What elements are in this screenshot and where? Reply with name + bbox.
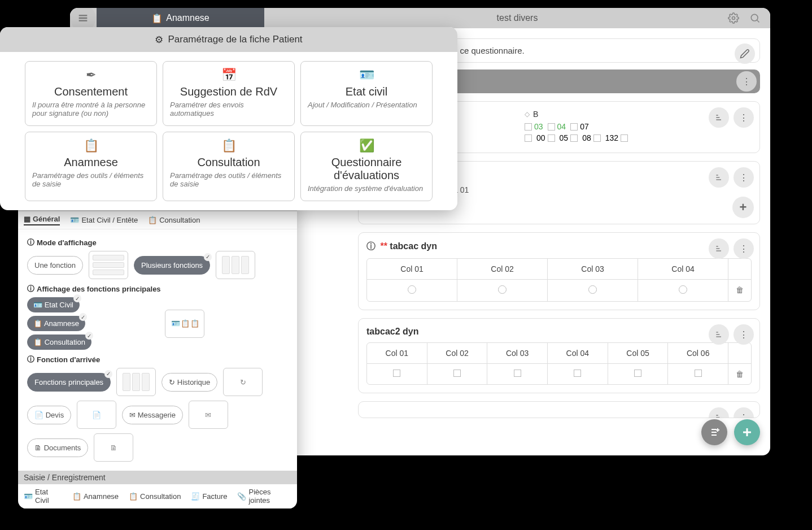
- pill-documents[interactable]: 🗎 Documents: [27, 438, 88, 457]
- check-132[interactable]: 132: [605, 133, 628, 142]
- radio-cell[interactable]: [457, 280, 548, 301]
- more-icon[interactable]: ⋮: [734, 324, 754, 345]
- id-card-icon: 🪪: [308, 67, 425, 83]
- check-05[interactable]: 05: [560, 133, 578, 142]
- fab-add[interactable]: [734, 419, 760, 445]
- check-04[interactable]: 04: [548, 122, 566, 131]
- pill-etat-civil[interactable]: 🪪 Etat Civil: [27, 297, 80, 312]
- sort-icon[interactable]: [709, 407, 729, 418]
- table-tab1: Col 01 Col 02 Col 03 Col 04 🗑: [366, 258, 752, 302]
- popover-title: Paramétrage de la fiche Patient: [168, 34, 302, 45]
- trash-col: [728, 259, 751, 279]
- grid-icon: ▦: [24, 215, 30, 223]
- table-row: 🗑: [367, 280, 751, 301]
- header-bar: 📋 Anamnese test divers: [70, 8, 770, 28]
- info-icon[interactable]: ⓘ: [27, 284, 34, 294]
- option-desc: Il pourra être montré à la personne pour…: [32, 101, 150, 118]
- option-desc: Paramétrage des outils / éléments de sai…: [32, 171, 150, 188]
- check-cell[interactable]: [427, 364, 488, 384]
- col-header: Col 05: [608, 343, 669, 363]
- popover2-body: ⓘMode d'affichage Une fonction Plusieurs…: [18, 229, 297, 471]
- check-08[interactable]: 08: [582, 133, 601, 142]
- more-icon[interactable]: ⋮: [734, 167, 754, 188]
- option-title: Consentement: [32, 85, 150, 98]
- check-cell[interactable]: [487, 364, 548, 384]
- radio-cell[interactable]: [367, 280, 457, 301]
- option-consultation[interactable]: 📋 Consultation Paramétrage des outils / …: [163, 132, 295, 201]
- option-desc: Intégration de système d'évaluation: [308, 184, 425, 193]
- pill-one-function[interactable]: Une fonction: [27, 256, 83, 275]
- check-cell[interactable]: [668, 364, 728, 384]
- thumb-main: [116, 368, 156, 396]
- more-icon[interactable]: ⋮: [736, 71, 757, 92]
- tab-etat-civil[interactable]: 🪪Etat Civil / Entête: [70, 215, 138, 225]
- sort-icon[interactable]: [709, 238, 729, 259]
- more-icon[interactable]: ⋮: [734, 238, 754, 259]
- pill-many-functions[interactable]: Plusieurs fonctions: [134, 256, 210, 275]
- search-icon[interactable]: [746, 10, 763, 27]
- info-icon[interactable]: ⓘ: [27, 237, 34, 247]
- option-anamnese[interactable]: 📋 Anamnese Paramétrage des outils / élém…: [25, 132, 157, 201]
- option-etat-civil[interactable]: 🪪 Etat civil Ajout / Modification / Prés…: [300, 61, 433, 126]
- radio-cell[interactable]: [548, 280, 638, 301]
- card-tab1-title-text: tabcac dyn: [390, 241, 437, 251]
- trash-icon[interactable]: 🗑: [728, 280, 751, 301]
- gear-icon: ⚙: [155, 34, 163, 46]
- table-row: 🗑: [367, 364, 751, 384]
- pill-anamnese[interactable]: 📋 Anamnese: [27, 316, 85, 331]
- tabs-row-1: ▦Général 🪪Etat Civil / Entête 📋Consultat…: [18, 211, 297, 229]
- col-header: Col 03: [548, 259, 638, 279]
- check-cell[interactable]: [548, 364, 608, 384]
- col-header: Col 01: [367, 259, 457, 279]
- settings-popover: ⚙ Paramétrage de la fiche Patient ✒ Cons…: [0, 27, 457, 210]
- tab2-anamnese[interactable]: 📋Anamnese: [72, 488, 119, 505]
- pill-historique[interactable]: ↻ Historique: [161, 373, 217, 392]
- tab-consultation[interactable]: 📋Consultation: [148, 215, 200, 225]
- info-icon[interactable]: ⓘ: [366, 241, 376, 251]
- sort-icon[interactable]: [709, 167, 729, 188]
- tab2-consultation[interactable]: 📋Consultation: [129, 488, 181, 505]
- add-button[interactable]: +: [732, 197, 754, 218]
- svg-line-5: [757, 20, 759, 23]
- card-tab2-title: tabcac2 dyn: [366, 327, 752, 337]
- required-marker: **: [380, 241, 387, 251]
- tab-general[interactable]: ▦Général: [24, 215, 60, 225]
- tab2-etat[interactable]: 🪪Etat Civil: [24, 488, 62, 505]
- person-icon: ◇: [525, 110, 530, 118]
- check-00[interactable]: 00: [536, 133, 555, 142]
- info-icon[interactable]: ⓘ: [27, 354, 34, 364]
- label-b: B: [533, 110, 538, 119]
- trash-icon[interactable]: 🗑: [728, 364, 751, 384]
- more-icon[interactable]: ⋮: [734, 107, 754, 128]
- thumb-many: [216, 251, 255, 279]
- mail-icon: ✉: [129, 411, 136, 419]
- check-cell[interactable]: [367, 364, 427, 384]
- tab-anamnese[interactable]: 📋 Anamnese: [97, 8, 264, 28]
- id-icon: 🪪: [24, 492, 33, 501]
- check-extra[interactable]: [525, 134, 532, 142]
- pill-consultation[interactable]: 📋 Consultation: [27, 334, 91, 350]
- settings-icon[interactable]: [725, 10, 742, 27]
- pill-fonctions-principales[interactable]: Fonctions principales: [27, 373, 111, 392]
- check-cell[interactable]: [608, 364, 669, 384]
- tab2-pieces[interactable]: 📎Pièces jointes: [237, 488, 291, 505]
- sort-icon[interactable]: [709, 107, 729, 128]
- edit-button[interactable]: [735, 44, 755, 64]
- option-suggestion-rdv[interactable]: 📅 Suggestion de RdV Paramétrer des envoi…: [163, 61, 295, 126]
- history-icon: ↻: [169, 378, 175, 386]
- fab-list[interactable]: [701, 419, 727, 445]
- thumb-hist: ↻: [223, 368, 263, 396]
- check-03[interactable]: 03: [525, 122, 543, 131]
- option-desc: Paramétrer des envois automatiques: [170, 101, 287, 118]
- pill-devis[interactable]: 📄 Devis: [27, 406, 71, 424]
- tab2-facture[interactable]: 🧾Facture: [191, 488, 227, 505]
- radio-cell[interactable]: [638, 280, 728, 301]
- check-07[interactable]: 07: [570, 122, 589, 131]
- aff-pills: 🪪 Etat Civil 📋 Anamnese 📋 Consultation: [27, 297, 91, 350]
- option-consentement[interactable]: ✒ Consentement Il pourra être montré à l…: [25, 61, 157, 126]
- pill-messagerie[interactable]: ✉ Messagerie: [122, 406, 183, 424]
- option-questionnaire[interactable]: ✅ Questionnaire d'évaluations Intégratio…: [300, 132, 433, 201]
- sort-icon[interactable]: [709, 324, 729, 345]
- aff-label: ⓘAffichage des fonctions principales: [27, 284, 288, 294]
- more-icon[interactable]: ⋮: [734, 407, 754, 418]
